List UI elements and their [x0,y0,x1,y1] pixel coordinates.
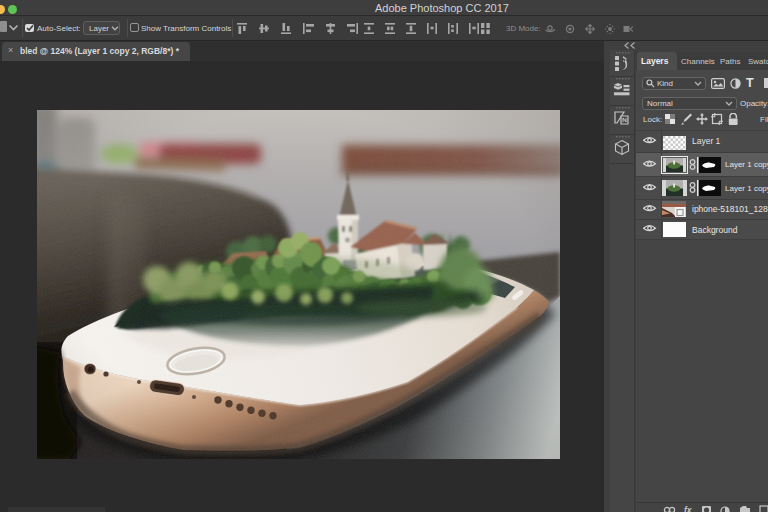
svg-text:fx: fx [684,505,693,512]
